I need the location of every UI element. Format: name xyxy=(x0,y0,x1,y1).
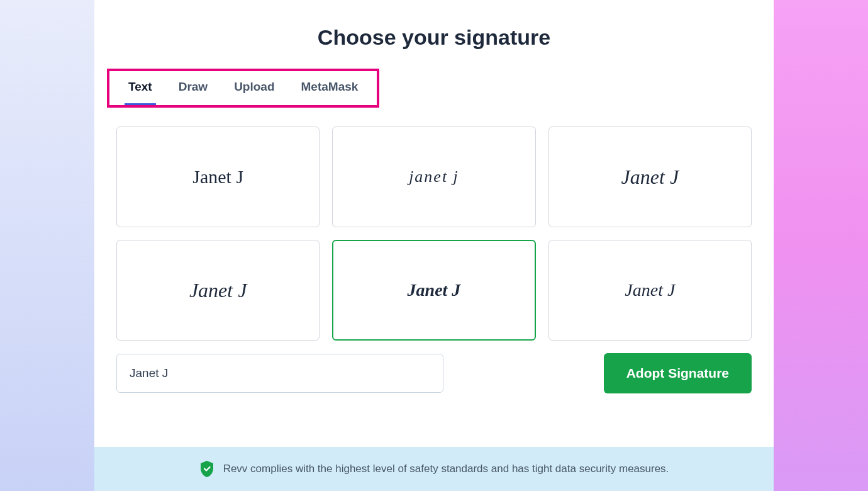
signature-preview-text: Janet J xyxy=(189,279,247,302)
signature-option-3[interactable]: Janet J xyxy=(548,127,752,227)
page-title: Choose your signature xyxy=(107,25,761,50)
tab-draw[interactable]: Draw xyxy=(179,80,208,96)
tab-text[interactable]: Text xyxy=(128,80,152,96)
security-footer-text: Revv complies with the highest level of … xyxy=(223,463,669,475)
tabs-highlight-box: Text Draw Upload MetaMask xyxy=(107,69,379,108)
signature-option-1[interactable]: Janet J xyxy=(116,127,320,227)
signature-name-input[interactable] xyxy=(116,354,443,393)
signature-preview-text: Janet J xyxy=(621,166,679,189)
signature-preview-text: Janet J xyxy=(625,280,675,300)
tab-metamask[interactable]: MetaMask xyxy=(301,80,359,96)
signature-options-grid: Janet J Janet J Janet J Janet J Janet J … xyxy=(107,127,761,341)
signature-option-4[interactable]: Janet J xyxy=(116,240,320,341)
adopt-signature-button[interactable]: Adopt Signature xyxy=(604,353,752,393)
tab-upload[interactable]: Upload xyxy=(234,80,274,96)
content-area: Choose your signature Text Draw Upload M… xyxy=(94,0,774,447)
signature-option-2[interactable]: Janet J xyxy=(332,127,535,227)
signature-modal: Choose your signature Text Draw Upload M… xyxy=(94,0,774,491)
signature-option-6[interactable]: Janet J xyxy=(548,240,752,341)
signature-preview-text: Janet J xyxy=(408,280,461,300)
signature-option-5[interactable]: Janet J xyxy=(332,240,535,341)
security-footer: Revv complies with the highest level of … xyxy=(94,447,774,491)
signature-preview-text: Janet J xyxy=(192,166,243,188)
signature-preview-text: Janet J xyxy=(409,167,459,186)
bottom-row: Adopt Signature xyxy=(107,341,761,393)
tabs-container: Text Draw Upload MetaMask xyxy=(109,71,377,105)
gradient-right-decoration xyxy=(774,0,868,491)
gradient-left-decoration xyxy=(0,0,94,491)
shield-check-icon xyxy=(199,461,214,477)
